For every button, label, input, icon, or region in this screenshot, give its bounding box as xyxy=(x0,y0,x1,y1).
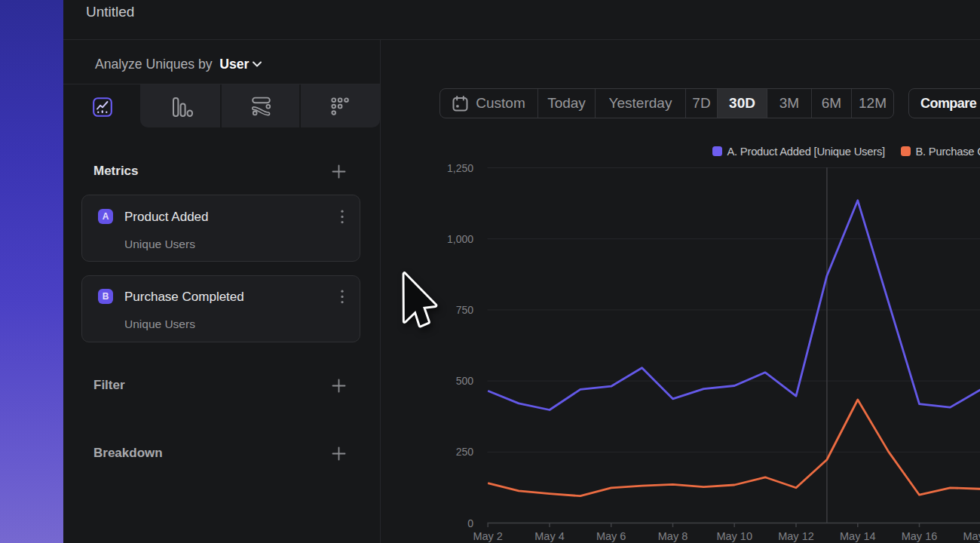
svg-text:May 14: May 14 xyxy=(840,530,876,542)
svg-text:0: 0 xyxy=(467,517,473,529)
svg-text:500: 500 xyxy=(456,375,474,387)
svg-text:1,000: 1,000 xyxy=(447,233,473,245)
svg-text:250: 250 xyxy=(456,446,474,458)
svg-text:May 12: May 12 xyxy=(778,530,814,542)
svg-text:750: 750 xyxy=(456,304,474,316)
svg-text:1,250: 1,250 xyxy=(447,162,473,174)
svg-text:May 10: May 10 xyxy=(716,530,752,542)
svg-text:May 8: May 8 xyxy=(658,530,688,542)
svg-text:May 4: May 4 xyxy=(534,530,565,542)
svg-text:May 16: May 16 xyxy=(902,530,938,542)
svg-text:May 6: May 6 xyxy=(596,530,626,542)
svg-text:May 2: May 2 xyxy=(473,530,503,542)
svg-text:May 18: May 18 xyxy=(963,530,980,542)
